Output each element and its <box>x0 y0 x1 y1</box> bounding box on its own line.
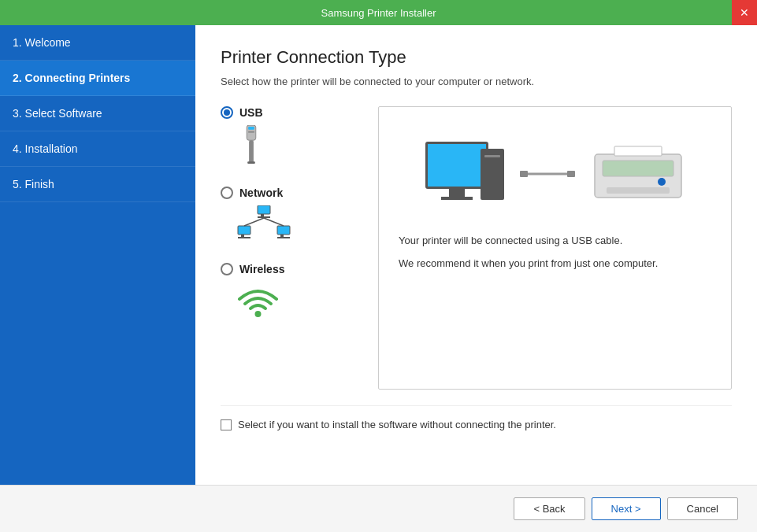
monitor-stand <box>449 189 465 197</box>
computer-group <box>425 141 504 200</box>
svg-rect-21 <box>614 146 662 156</box>
sidebar-item-software[interactable]: 3. Select Software <box>0 96 195 131</box>
svg-rect-5 <box>258 205 270 214</box>
wireless-label-row: Wireless <box>221 263 284 275</box>
page-title: Printer Connection Type <box>221 47 732 68</box>
main-container: 1. Welcome 2. Connecting Printers 3. Sel… <box>0 25 757 485</box>
svg-rect-4 <box>247 161 255 164</box>
usb-label: USB <box>239 106 263 119</box>
svg-point-25 <box>658 178 666 186</box>
svg-rect-3 <box>249 140 254 163</box>
svg-rect-19 <box>567 171 575 177</box>
printer <box>591 139 685 201</box>
svg-rect-7 <box>258 216 270 218</box>
svg-rect-2 <box>248 131 254 133</box>
svg-rect-24 <box>607 187 670 194</box>
cancel-button[interactable]: Cancel <box>667 497 738 520</box>
svg-rect-6 <box>261 214 264 216</box>
sidebar-item-welcome[interactable]: 1. Welcome <box>0 25 195 61</box>
svg-rect-11 <box>277 226 290 235</box>
usb-icon <box>239 125 263 164</box>
svg-rect-13 <box>277 237 290 238</box>
monitor-screen <box>425 142 488 189</box>
page-subtitle: Select how the printer will be connected… <box>221 76 732 87</box>
svg-point-16 <box>255 311 262 317</box>
next-button[interactable]: Next > <box>592 497 661 520</box>
svg-line-15 <box>264 218 284 226</box>
options-panel: USB <box>221 106 732 390</box>
connection-options: USB <box>221 106 378 390</box>
preview-box: Your printer will be connected using a U… <box>378 106 732 390</box>
svg-rect-22 <box>603 161 674 176</box>
usb-label-row: USB <box>221 106 263 119</box>
pc-tower <box>481 149 504 200</box>
back-button[interactable]: < Back <box>514 497 584 520</box>
sidebar-item-finish[interactable]: 5. Finish <box>0 167 195 202</box>
preview-desc-line1: Your printer will be connected using a U… <box>399 233 711 249</box>
usb-option[interactable]: USB <box>221 106 370 164</box>
network-icon <box>236 205 291 241</box>
no-printer-checkbox-area: Select if you want to install the softwa… <box>221 405 732 430</box>
cable-connector <box>520 170 575 178</box>
sidebar: 1. Welcome 2. Connecting Printers 3. Sel… <box>0 25 195 485</box>
svg-rect-1 <box>248 127 254 130</box>
svg-line-14 <box>244 218 264 226</box>
network-label: Network <box>239 187 283 199</box>
network-radio[interactable] <box>221 187 233 199</box>
sidebar-item-connecting[interactable]: 2. Connecting Printers <box>0 61 195 96</box>
preview-image <box>395 123 715 225</box>
svg-rect-10 <box>238 237 250 238</box>
no-printer-checkbox[interactable] <box>221 419 232 430</box>
sidebar-item-installation[interactable]: 4. Installation <box>0 131 195 167</box>
preview-description: Your printer will be connected using a U… <box>395 225 715 272</box>
no-printer-label: Select if you want to install the softwa… <box>238 419 556 430</box>
svg-rect-8 <box>238 226 250 235</box>
svg-rect-9 <box>241 235 244 237</box>
svg-rect-18 <box>520 171 528 177</box>
usb-radio[interactable] <box>221 106 233 119</box>
usb-cable-svg <box>520 170 575 178</box>
content-area: Printer Connection Type Select how the p… <box>195 25 757 485</box>
title-bar: Samsung Printer Installer ✕ <box>0 0 757 25</box>
footer: < Back Next > Cancel <box>0 485 757 532</box>
window-title: Samsung Printer Installer <box>321 7 436 19</box>
network-option[interactable]: Network <box>221 187 370 241</box>
wireless-radio[interactable] <box>221 263 233 275</box>
close-button[interactable]: ✕ <box>732 0 757 25</box>
preview-desc-line2: We recommend it when you print from just… <box>399 256 711 272</box>
monitor <box>425 142 488 200</box>
monitor-base <box>441 197 473 200</box>
svg-rect-12 <box>280 235 284 237</box>
wireless-label: Wireless <box>239 263 284 275</box>
wireless-icon <box>236 282 280 317</box>
wireless-option[interactable]: Wireless <box>221 263 370 317</box>
network-label-row: Network <box>221 187 283 199</box>
